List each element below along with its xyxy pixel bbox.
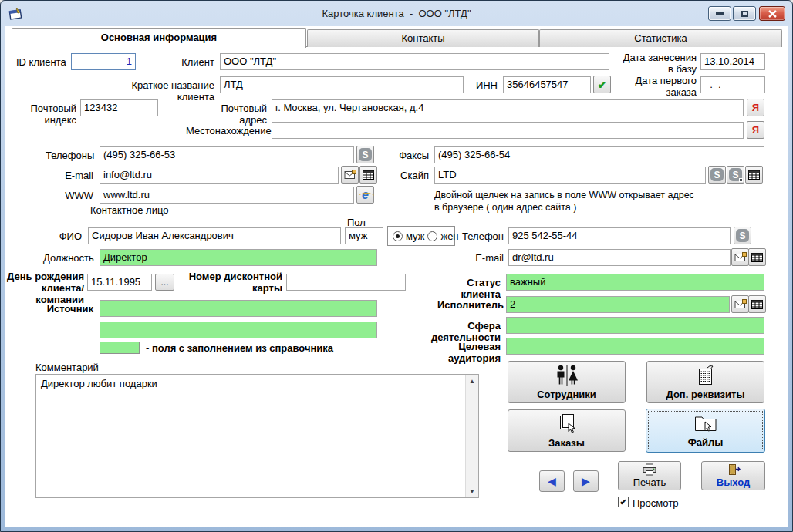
next-record-button[interactable]: ▶ [573, 470, 599, 492]
contact-phone-input[interactable]: 925 542-55-44 [508, 227, 731, 244]
employees-button[interactable]: Сотрудники [508, 361, 626, 403]
discount-card-input[interactable] [286, 274, 406, 291]
table-icon [751, 253, 763, 262]
skype-call-button[interactable]: S [708, 166, 726, 184]
comment-textarea[interactable]: Директор любит подарки ▲ ▼ [35, 374, 479, 498]
mail-icon [734, 252, 747, 262]
titlebar: Карточка клиента - ООО "ЛТД" [1, 1, 792, 26]
preview-checkbox[interactable]: ✔ [618, 497, 629, 507]
client-card-window: Карточка клиента - ООО "ЛТД" Основная ин… [0, 0, 793, 532]
send-email-button[interactable] [731, 248, 749, 266]
inn-input[interactable]: 35646457547 [503, 76, 591, 93]
minimize-icon [716, 12, 724, 15]
prev-record-button[interactable]: ◀ [539, 470, 565, 492]
close-button[interactable] [759, 6, 785, 21]
scroll-up-icon[interactable]: ▲ [466, 375, 478, 387]
yandex-icon: Я [752, 103, 759, 113]
scroll-down-icon[interactable]: ▼ [466, 485, 478, 497]
skype-call-button[interactable]: S [734, 227, 751, 244]
yandex-icon: Я [752, 125, 759, 135]
position-input[interactable]: Директор [100, 249, 377, 266]
ellipsis-icon: ... [160, 278, 168, 287]
fio-input[interactable]: Сидоров Иван Александрович [88, 227, 341, 244]
contact-email-label: E-mail [465, 252, 504, 264]
arrow-right-icon: ▶ [582, 475, 590, 487]
position-label: Должность [43, 252, 93, 264]
date-added-input[interactable]: 13.10.2014 [700, 53, 765, 70]
birthday-picker-button[interactable]: ... [155, 274, 174, 291]
location-input[interactable] [272, 122, 744, 139]
checkmark-icon: ✔ [598, 79, 607, 90]
tab-statistics[interactable]: Статистика [539, 29, 782, 47]
radio-male[interactable] [393, 231, 403, 241]
inn-verify-button[interactable]: ✔ [593, 76, 611, 93]
man-woman-icon [553, 365, 581, 386]
gender-text-input[interactable]: муж [345, 227, 383, 244]
checkbox-check-icon: ✔ [619, 497, 626, 507]
skype-call-button[interactable]: S [356, 146, 374, 163]
extra-details-button[interactable]: Доп. реквизиты [646, 361, 764, 403]
phones-input[interactable]: (495) 325-66-53 [100, 146, 354, 163]
source-input-1[interactable] [100, 300, 377, 317]
postal-index-input[interactable]: 123432 [80, 99, 158, 116]
skype-icon: S [710, 168, 724, 181]
skype-chat-icon: S [729, 168, 742, 181]
short-name-input[interactable]: ЛТД [220, 76, 464, 93]
send-email-button[interactable] [731, 295, 749, 313]
files-button[interactable]: Файлы [646, 409, 765, 453]
radio-female[interactable] [427, 231, 437, 241]
print-button[interactable]: Печать [618, 461, 681, 490]
exit-button-label: Выход [717, 476, 750, 488]
yandex-map-address-button[interactable]: Я [747, 99, 764, 116]
client-name-label: Клиент [174, 56, 214, 68]
gender-radio-group: муж жен [387, 226, 455, 246]
tab-contacts[interactable]: Контакты [307, 29, 539, 47]
location-label: Местонахождение [186, 125, 267, 136]
email-list-button[interactable] [748, 248, 766, 266]
executor-input[interactable]: 2 [506, 296, 730, 313]
target-audience-input[interactable] [506, 338, 764, 355]
client-status-input[interactable]: важный [506, 274, 764, 291]
mail-icon [344, 170, 356, 180]
gender-label: Пол [347, 217, 378, 228]
maximize-button[interactable] [733, 6, 756, 21]
orders-button[interactable]: Заказы [508, 409, 626, 452]
contact-email-input[interactable]: dr@ltd.ru [508, 249, 731, 266]
birthday-label: День рождения клиента/компании [4, 271, 84, 305]
skype-input[interactable]: LTD [434, 167, 706, 184]
skype-icon: S [736, 229, 749, 242]
exit-button[interactable]: Выход [701, 461, 765, 490]
www-input[interactable]: www.ltd.ru [100, 187, 354, 204]
contact-person-group-title: Контактное лицо [86, 204, 173, 216]
birthday-input[interactable]: 15.11.1995 [87, 274, 152, 291]
table-icon [363, 170, 374, 180]
comment-label: Комментарий [35, 362, 159, 373]
skype-list-button[interactable] [745, 166, 763, 184]
yandex-map-location-button[interactable]: Я [747, 121, 764, 139]
tab-main-info[interactable]: Основная информация [12, 28, 306, 48]
email-input[interactable]: info@ltd.ru [100, 167, 339, 184]
open-browser-button[interactable]: e [356, 186, 374, 204]
fio-label: ФИО [32, 231, 82, 242]
first-order-date-input[interactable]: . . [700, 76, 765, 93]
postal-address-input[interactable]: г. Москва, ул. Чертановская, д.4 [272, 99, 744, 116]
executor-list-button[interactable] [748, 295, 766, 313]
employees-button-label: Сотрудники [537, 389, 596, 400]
comment-scrollbar[interactable]: ▲ ▼ [465, 375, 478, 497]
client-name-input[interactable]: ООО "ЛТД" [220, 53, 609, 70]
mail-icon [734, 299, 747, 309]
business-sphere-input[interactable] [506, 317, 764, 334]
first-order-date-label: Дата первого заказа [616, 75, 697, 98]
phones-label: Телефоны [46, 150, 93, 161]
arrow-left-icon: ◀ [548, 475, 556, 487]
pages-cursor-icon [555, 413, 579, 435]
source-input-2[interactable] [100, 322, 377, 338]
skype-chat-button[interactable]: S [727, 166, 744, 184]
target-audience-label: Целевая аудитория [408, 341, 501, 364]
client-id-input[interactable]: 1 [71, 53, 136, 70]
extra-details-button-label: Доп. реквизиты [666, 389, 744, 400]
email-list-button[interactable] [359, 166, 377, 184]
send-email-button[interactable] [341, 166, 359, 184]
faxes-input[interactable]: (495) 325-66-54 [434, 146, 764, 163]
minimize-button[interactable] [708, 6, 731, 21]
